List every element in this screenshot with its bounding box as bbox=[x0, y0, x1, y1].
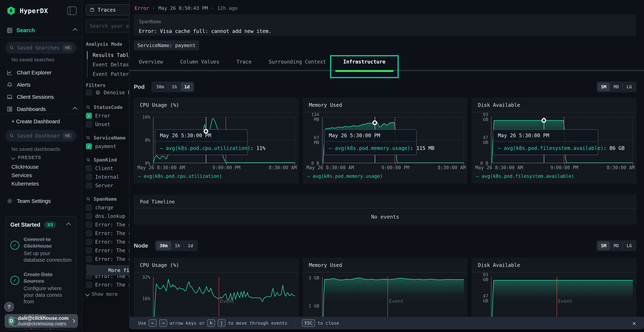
filter-option[interactable]: ✓payment bbox=[86, 142, 129, 150]
filter-checkbox[interactable]: ✓ bbox=[86, 143, 92, 149]
chart-title-pod-disk: Disk Available bbox=[472, 98, 636, 112]
presets-toggle[interactable]: PRESETS bbox=[12, 155, 41, 160]
sidebar-item-alerts[interactable]: Alerts bbox=[0, 79, 82, 91]
chevron-down-icon bbox=[11, 155, 15, 160]
filter-option[interactable]: dns.lookup bbox=[86, 212, 129, 220]
create-dashboard-button[interactable]: + Create Dashboard bbox=[12, 118, 60, 124]
event-label: Event bbox=[558, 298, 572, 304]
event-search-input[interactable] bbox=[90, 23, 132, 29]
filter-checkbox[interactable] bbox=[86, 165, 92, 171]
tooltip-series-name: — avg(k8s.pod.filesystem.available) bbox=[498, 145, 604, 151]
divider bbox=[303, 112, 468, 112]
filter-checkbox[interactable] bbox=[86, 239, 92, 245]
chart-tooltip: May 26 5:30:00 PM— avg(k8s.pod.cpu.utili… bbox=[155, 129, 248, 155]
tab-overview[interactable]: Overview bbox=[139, 54, 163, 70]
tooltip-timestamp: May 26 5:30:00 PM bbox=[324, 130, 416, 142]
filter-option[interactable]: Error: The cr bbox=[86, 246, 129, 255]
get-started-item[interactable]: ✓Connect to ClickHouseSet up your databa… bbox=[10, 236, 72, 263]
filter-option-label: charge bbox=[95, 205, 113, 210]
filter-checkbox[interactable] bbox=[86, 282, 92, 288]
filter-checkbox[interactable] bbox=[86, 248, 92, 254]
filter-option[interactable]: Client bbox=[86, 164, 129, 172]
filter-group-name: StatusCode bbox=[94, 104, 123, 110]
node-range-option-1d[interactable]: 1d bbox=[184, 241, 196, 250]
preset-link-kubernetes[interactable]: Kubernetes bbox=[12, 181, 39, 187]
user-menu[interactable]: D dale@clickhouse.com dale@clickhouse.co… bbox=[5, 314, 78, 328]
denoise-filter[interactable]: Denoise Re bbox=[86, 90, 134, 96]
plot-node-cpu: Event bbox=[153, 277, 295, 320]
filter-option[interactable]: charge bbox=[86, 203, 129, 212]
filter-checkbox[interactable] bbox=[86, 222, 92, 228]
filter-option[interactable]: Server bbox=[86, 181, 129, 190]
chart-title-pod-cpu: CPU Usage (%) bbox=[134, 98, 298, 112]
filter-option-label: Internal bbox=[95, 174, 119, 180]
tab-surrounding-context[interactable]: Surrounding Context bbox=[269, 54, 326, 70]
node-size-option-lg[interactable]: LG bbox=[623, 241, 636, 250]
pod-size-option-md[interactable]: MD bbox=[610, 82, 622, 91]
node-section-title: Node bbox=[134, 242, 148, 249]
filter-checkbox[interactable] bbox=[86, 121, 92, 127]
x-axis-labels: May 26 8:30:00 AM9:00:00 PM8:30:00 AM bbox=[153, 164, 297, 172]
filter-checkbox[interactable] bbox=[86, 174, 92, 180]
close-icon[interactable]: ✕ bbox=[632, 320, 636, 327]
filter-option[interactable]: ✓Error bbox=[86, 112, 129, 120]
chevron-up-icon[interactable] bbox=[66, 222, 71, 227]
filter-option[interactable]: Error: The cr bbox=[86, 280, 129, 289]
saved-searches-input[interactable] bbox=[17, 45, 60, 51]
filter-option[interactable]: Internal bbox=[86, 172, 129, 181]
filter-checkbox[interactable] bbox=[86, 230, 92, 236]
chevron-right-icon bbox=[72, 319, 75, 323]
filter-checkbox[interactable] bbox=[86, 182, 92, 188]
filter-option[interactable]: Error: The cr bbox=[86, 229, 129, 238]
filter-option[interactable]: Error: The cr bbox=[86, 238, 129, 246]
y-tick-label: 16% bbox=[139, 115, 150, 120]
analysis-mode-event-deltas[interactable]: Event Deltas bbox=[87, 60, 129, 70]
node-size-option-sm[interactable]: SM bbox=[598, 241, 610, 250]
analysis-mode-event-patterns[interactable]: Event Patterns bbox=[87, 70, 129, 79]
pod-range-option-1d[interactable]: 1d bbox=[181, 82, 193, 91]
tooltip-series-value: — avg(k8s.pod.memory.usage): 115 MB bbox=[324, 142, 416, 155]
tab-infrastructure[interactable]: Infrastructure bbox=[343, 54, 386, 70]
search-filter-panel: Traces Analysis Mode Results TableEvent … bbox=[82, 0, 129, 332]
sidebar-item-search[interactable]: Search bbox=[6, 27, 76, 34]
cursor-point-marker bbox=[204, 129, 208, 134]
pod-range-option-1h[interactable]: 1h bbox=[168, 82, 181, 91]
filter-option[interactable]: Error: The cr bbox=[86, 220, 129, 229]
pod-range-option-30m[interactable]: 30m bbox=[152, 82, 168, 91]
sidebar-item-team-settings[interactable]: Team Settings bbox=[6, 198, 51, 204]
service-name-tag[interactable]: ServiceName: payment bbox=[134, 40, 199, 50]
analysis-mode-results-table[interactable]: Results Table bbox=[87, 50, 129, 60]
filter-checkbox[interactable] bbox=[86, 213, 92, 219]
show-more-button[interactable]: Show more bbox=[86, 291, 129, 297]
preset-link-services[interactable]: Services bbox=[12, 172, 32, 178]
denoise-checkbox[interactable] bbox=[86, 90, 92, 96]
sidebar-collapse-icon[interactable] bbox=[67, 6, 76, 15]
saved-dashboards-input[interactable] bbox=[17, 133, 60, 139]
node-range-option-1h[interactable]: 1h bbox=[171, 241, 184, 250]
filter-group-header-statuscode: StatusCode bbox=[86, 104, 129, 110]
pod-size-option-sm[interactable]: SM bbox=[598, 82, 610, 91]
node-range-option-30m[interactable]: 30m bbox=[156, 241, 171, 250]
sidebar-item-chart-explorer[interactable]: Chart Explorer bbox=[0, 66, 82, 79]
filter-option[interactable]: Error: The cr bbox=[86, 255, 129, 263]
source-select[interactable]: Traces bbox=[86, 4, 135, 16]
filter-group-header-spanname: SpanName bbox=[86, 196, 129, 202]
filter-option[interactable]: Unset bbox=[86, 120, 129, 128]
x-tick-label: 8:30:00 AM bbox=[438, 165, 466, 170]
filter-checkbox[interactable] bbox=[86, 256, 92, 262]
pod-size-option-lg[interactable]: LG bbox=[623, 82, 636, 91]
brand-row: HyperDX bbox=[6, 6, 76, 16]
filter-checkbox[interactable] bbox=[86, 204, 92, 210]
tab-column-values[interactable]: Column Values bbox=[180, 54, 219, 70]
preset-link-clickhouse[interactable]: ClickHouse bbox=[12, 164, 39, 170]
filter-checkbox[interactable]: ✓ bbox=[86, 113, 92, 119]
help-button[interactable]: ? bbox=[4, 302, 14, 312]
node-size-option-md[interactable]: MD bbox=[610, 241, 622, 250]
tab-trace[interactable]: Trace bbox=[236, 54, 252, 70]
plot-node-memory: Event bbox=[322, 277, 464, 320]
sidebar-item-dashboards[interactable]: Dashboards bbox=[0, 103, 82, 115]
chevron-up-icon bbox=[73, 28, 77, 32]
sidebar-item-client-sessions[interactable]: Client Sessions bbox=[0, 91, 82, 103]
get-started-item[interactable]: ✓Create Data SourcesConfigure where your… bbox=[10, 271, 72, 305]
y-tick-label: 32% bbox=[139, 275, 150, 280]
